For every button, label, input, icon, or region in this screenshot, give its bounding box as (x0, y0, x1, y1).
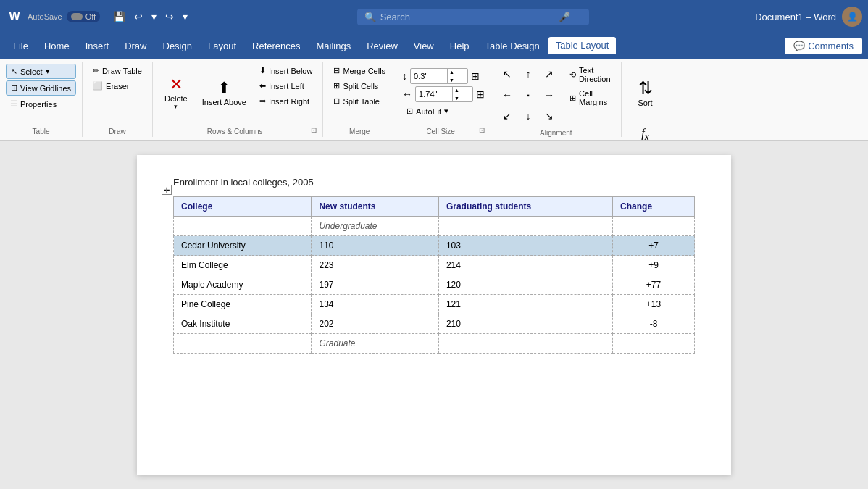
subheader-undergraduate-row: Undergraduate (174, 217, 695, 236)
split-cells-button[interactable]: ⊞ Split Cells (329, 79, 390, 93)
menu-layout[interactable]: Layout (201, 38, 243, 54)
undo-dropdown[interactable]: ▾ (149, 9, 159, 24)
col-width-up[interactable]: ▲ (453, 86, 461, 94)
align-middle-right[interactable]: → (539, 85, 559, 105)
row-height-input[interactable] (411, 72, 447, 80)
row-height-input-wrapper[interactable]: ▲ ▼ (410, 68, 468, 84)
delete-label: Delete (164, 94, 188, 103)
delete-button[interactable]: ✕ Delete ▾ (159, 64, 193, 122)
align-top-right[interactable]: ↗ (539, 64, 559, 84)
cell-size-group-label: Cell Size (402, 125, 479, 135)
insert-left-icon: ⬅ (259, 81, 266, 91)
col-width-input-wrapper[interactable]: ▲ ▼ (415, 86, 473, 102)
menu-review[interactable]: Review (359, 38, 405, 54)
align-bottom-left[interactable]: ↙ (497, 106, 517, 126)
col-width-input[interactable] (416, 90, 452, 99)
toggle-knob (71, 13, 83, 20)
document-area: Enrollment in local colleges, 2005 ✛ Col… (0, 141, 868, 489)
menu-view[interactable]: View (406, 38, 441, 54)
align-middle-center[interactable]: ▪ (518, 85, 538, 105)
oak-grad: 210 (438, 314, 612, 334)
pine-grad: 121 (438, 295, 612, 314)
formula-button[interactable]: fx (637, 125, 653, 145)
cell-margins-button[interactable]: ⊞ CellMargins (565, 87, 614, 109)
menu-insert[interactable]: Insert (78, 38, 117, 54)
col-header-graduating: Graduating students (438, 197, 612, 217)
more-button[interactable]: ▾ (180, 9, 191, 24)
merge-group-label: Merge (329, 125, 390, 135)
user-avatar[interactable]: 👤 (842, 7, 862, 27)
data-group-label (627, 145, 664, 148)
insert-right-button[interactable]: ➡ Insert Right (255, 94, 317, 108)
document-page: Enrollment in local colleges, 2005 ✛ Col… (137, 155, 731, 475)
word-logo: W (6, 8, 23, 25)
menu-table-layout[interactable]: Table Layout (548, 37, 617, 56)
cell-size-expand-icon[interactable]: ⊡ (479, 126, 485, 134)
autofit-button[interactable]: ⊡ AutoFit ▾ (402, 104, 485, 118)
menu-design[interactable]: Design (156, 38, 199, 54)
elm-grad: 214 (438, 256, 612, 275)
align-bottom-center[interactable]: ↓ (518, 106, 538, 126)
insert-above-button[interactable]: ⬆ Insert Above (196, 64, 252, 122)
menu-home[interactable]: Home (37, 38, 77, 54)
delete-icon: ✕ (170, 75, 183, 94)
select-button[interactable]: ↖ Select ▾ (6, 64, 76, 79)
insert-left-button[interactable]: ⬅ Insert Left (255, 79, 317, 93)
align-top-left[interactable]: ↖ (497, 64, 517, 84)
comment-icon: 💬 (793, 41, 805, 51)
col-width-down[interactable]: ▼ (453, 94, 461, 102)
mic-icon[interactable]: 🎤 (559, 12, 570, 22)
cedar-college: Cedar University (174, 236, 312, 256)
properties-icon: ☰ (10, 99, 17, 109)
menu-file[interactable]: File (6, 38, 36, 54)
eraser-button[interactable]: ⬜ Eraser (88, 79, 146, 93)
menu-mailings[interactable]: Mailings (309, 38, 359, 54)
merge-cells-button[interactable]: ⊟ Merge Cells (329, 64, 390, 78)
col-width-arrows[interactable]: ▲ ▼ (452, 86, 461, 102)
table-header-row: College New students Graduating students… (174, 197, 695, 217)
autosave-toggle[interactable]: Off (67, 11, 100, 22)
col-header-new-students: New students (312, 197, 438, 217)
search-input[interactable] (380, 12, 554, 22)
redo-button[interactable]: ↪ (162, 9, 177, 24)
properties-button[interactable]: ☰ Properties (6, 97, 76, 111)
title-center: 🔍 🎤 (191, 9, 755, 25)
document-table-title: Enrollment in local colleges, 2005 (173, 177, 695, 188)
menu-references[interactable]: References (245, 38, 307, 54)
view-gridlines-button[interactable]: ⊞ View Gridlines (6, 80, 76, 96)
table-row: Maple Academy 197 120 +77 (174, 275, 695, 295)
row-height-arrows[interactable]: ▲ ▼ (447, 68, 456, 84)
autofit-label: AutoFit (416, 107, 441, 116)
sort-button[interactable]: ⇅ Sort (627, 64, 664, 122)
align-middle-left[interactable]: ← (497, 85, 517, 105)
save-button[interactable]: 💾 (110, 9, 128, 24)
search-icon: 🔍 (364, 12, 376, 22)
split-table-icon: ⊟ (333, 96, 340, 106)
cell-margins-label: CellMargins (579, 89, 607, 106)
undo-button[interactable]: ↩ (131, 9, 146, 24)
quick-access-toolbar: 💾 ↩ ▾ ↪ ▾ (110, 9, 191, 24)
row-height-down[interactable]: ▼ (448, 76, 456, 84)
ribbon: ↖ Select ▾ ⊞ View Gridlines ☰ Properties… (0, 59, 868, 141)
table-move-handle[interactable]: ✛ (162, 185, 172, 195)
text-direction-icon: ⟲ (569, 70, 576, 80)
comments-button[interactable]: 💬 Comments (785, 38, 862, 54)
table-group-label: Table (6, 125, 76, 135)
menu-help[interactable]: Help (443, 38, 477, 54)
draw-table-button[interactable]: ✏ Draw Table (88, 64, 146, 78)
sub-graduating-cell (438, 217, 612, 236)
menu-draw[interactable]: Draw (117, 38, 154, 54)
insert-below-button[interactable]: ⬇ Insert Below (255, 64, 317, 78)
menu-table-design[interactable]: Table Design (478, 38, 547, 54)
align-bottom-right[interactable]: ↘ (539, 106, 559, 126)
rows-columns-expand-icon[interactable]: ⊡ (311, 126, 317, 134)
align-top-center[interactable]: ↑ (518, 64, 538, 84)
eraser-label: Eraser (106, 82, 129, 91)
pine-college: Pine College (174, 295, 312, 314)
data-group-content: ⇅ Sort fx (627, 64, 664, 145)
cedar-grad: 103 (438, 236, 612, 256)
search-box[interactable]: 🔍 🎤 (357, 9, 589, 25)
split-table-button[interactable]: ⊟ Split Table (329, 94, 390, 108)
text-direction-button[interactable]: ⟲ TextDirection (565, 64, 614, 85)
row-height-up[interactable]: ▲ (448, 68, 456, 76)
